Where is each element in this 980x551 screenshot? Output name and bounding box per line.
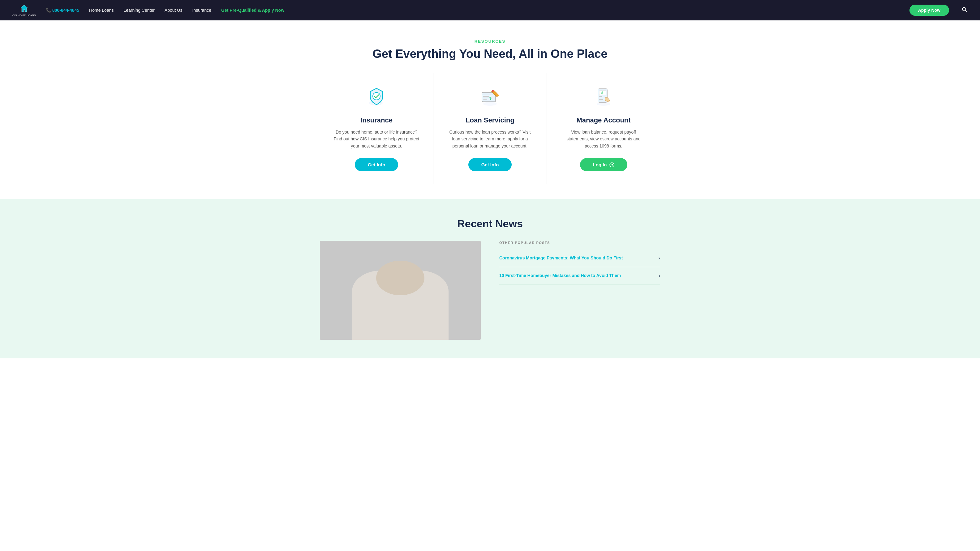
chevron-right-icon-2: › bbox=[659, 273, 660, 279]
svg-rect-8 bbox=[483, 98, 487, 100]
account-card-title: Manage Account bbox=[559, 116, 648, 124]
home-loans-link[interactable]: Home Loans bbox=[89, 8, 113, 13]
learning-center-link[interactable]: Learning Center bbox=[123, 8, 154, 13]
cards-row: Insurance Do you need home, auto or life… bbox=[320, 73, 660, 184]
resources-label: RESOURCES bbox=[13, 39, 967, 44]
get-prequalified-link[interactable]: Get Pre-Qualified & Apply Now bbox=[221, 8, 284, 13]
insurance-card-title: Insurance bbox=[332, 116, 421, 124]
resources-section: RESOURCES Get Everything You Need, All i… bbox=[0, 21, 980, 199]
loan-get-info-button[interactable]: Get Info bbox=[468, 158, 512, 171]
news-featured-image bbox=[320, 241, 481, 340]
account-icon: $ bbox=[590, 82, 617, 110]
svg-rect-16 bbox=[599, 98, 604, 98]
svg-line-1 bbox=[966, 11, 967, 12]
svg-point-10 bbox=[492, 90, 494, 92]
manage-account-login-button[interactable]: Log In bbox=[580, 158, 627, 171]
resources-title: Get Everything You Need, All in One Plac… bbox=[13, 47, 967, 60]
svg-point-11 bbox=[597, 102, 610, 106]
post-2-title: 10 First-Time Homebuyer Mistakes and How… bbox=[499, 273, 655, 279]
phone-number: 800-844-4845 bbox=[52, 8, 79, 13]
logo-text: CIS HOME LOANS bbox=[13, 14, 36, 17]
search-icon[interactable] bbox=[961, 6, 967, 14]
manage-account-card: $ Manage Account View loan balance, requ… bbox=[547, 73, 660, 184]
news-sidebar: OTHER POPULAR POSTS Coronavirus Mortgage… bbox=[499, 241, 660, 284]
post-1[interactable]: Coronavirus Mortgage Payments: What You … bbox=[499, 249, 660, 267]
nav-links: Home Loans Learning Center About Us Insu… bbox=[89, 8, 900, 13]
svg-text:$: $ bbox=[489, 96, 492, 100]
person-image bbox=[320, 241, 481, 340]
insurance-icon bbox=[363, 82, 390, 110]
svg-rect-15 bbox=[599, 96, 602, 97]
svg-point-3 bbox=[373, 92, 380, 100]
insurance-card: Insurance Do you need home, auto or life… bbox=[320, 73, 433, 184]
svg-rect-17 bbox=[599, 99, 603, 100]
loan-card-desc: Curious how the loan process works? Visi… bbox=[447, 129, 533, 149]
news-section: Recent News OTHER POPULAR POSTS Coronavi… bbox=[0, 199, 980, 358]
apply-now-button[interactable]: Apply Now bbox=[910, 5, 949, 16]
insurance-link[interactable]: Insurance bbox=[192, 8, 211, 13]
site-logo[interactable]: CIS HOME LOANS bbox=[13, 4, 36, 17]
svg-point-4 bbox=[483, 102, 497, 106]
about-us-link[interactable]: About Us bbox=[165, 8, 183, 13]
phone-icon: 📞 bbox=[46, 8, 51, 13]
sidebar-label: OTHER POPULAR POSTS bbox=[499, 241, 660, 245]
navbar: CIS HOME LOANS 📞 800-844-4845 Home Loans… bbox=[0, 0, 980, 21]
phone-link[interactable]: 📞 800-844-4845 bbox=[46, 8, 79, 13]
news-content: OTHER POPULAR POSTS Coronavirus Mortgage… bbox=[320, 241, 660, 340]
post-1-title: Coronavirus Mortgage Payments: What You … bbox=[499, 255, 655, 261]
insurance-get-info-button[interactable]: Get Info bbox=[355, 158, 398, 171]
loan-card-title: Loan Servicing bbox=[446, 116, 534, 124]
news-title: Recent News bbox=[25, 218, 955, 230]
account-card-desc: View loan balance, request payoff statem… bbox=[560, 129, 647, 149]
chevron-right-icon: › bbox=[659, 256, 660, 261]
svg-text:$: $ bbox=[601, 91, 603, 95]
loan-servicing-card: $ Loan Servicing Curious how the loan pr… bbox=[433, 73, 547, 184]
loan-icon: $ bbox=[476, 82, 504, 110]
svg-rect-7 bbox=[483, 96, 489, 97]
post-2[interactable]: 10 First-Time Homebuyer Mistakes and How… bbox=[499, 267, 660, 285]
insurance-card-desc: Do you need home, auto or life insurance… bbox=[333, 129, 420, 149]
